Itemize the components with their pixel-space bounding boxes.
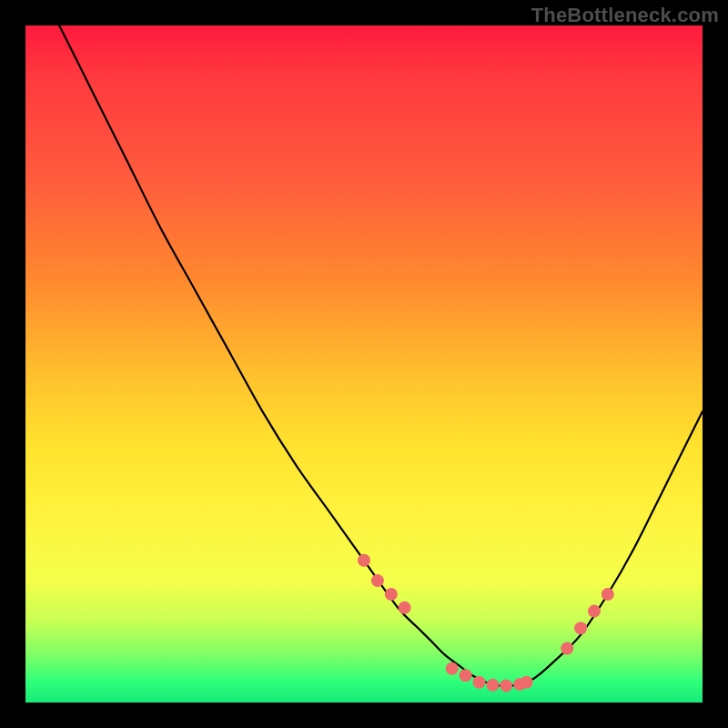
highlight-dot [399,602,411,614]
highlight-dot [574,622,587,634]
watermark-text: TheBottleneck.com [531,4,719,27]
curve-svg [25,25,703,703]
highlight-dot [521,676,533,689]
highlight-dot [446,662,459,675]
highlight-dot [602,588,614,601]
highlight-dot [500,679,512,692]
highlight-dot [371,574,384,587]
highlight-dot [561,642,573,655]
highlight-dot [473,676,486,689]
highlight-dots [358,554,614,693]
highlight-dot [588,605,601,618]
plot-area [25,25,703,703]
chart-frame: TheBottleneck.com [0,0,728,728]
highlight-dot [460,669,472,682]
highlight-dot [486,679,499,692]
bottleneck-curve [59,25,703,686]
highlight-dot [358,554,370,567]
highlight-dot [385,588,398,601]
